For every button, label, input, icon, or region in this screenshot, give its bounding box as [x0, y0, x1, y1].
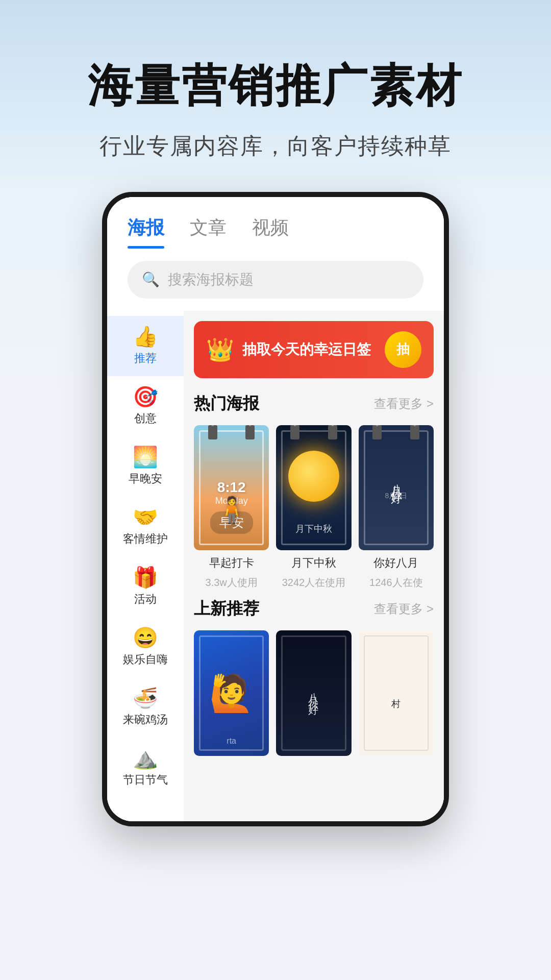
sidebar-item-customer[interactable]: 🤝 客情维护 [107, 497, 184, 557]
sidebar-item-creative[interactable]: 🎯 创意 [107, 376, 184, 436]
clip-left [208, 425, 217, 439]
figure-icon: 🙋 [209, 672, 254, 714]
poster-2-content: 月下中秋 [276, 425, 351, 551]
sidebar-label-chicken-soup: 来碗鸡汤 [123, 712, 168, 727]
content-area: 👑 抽取今天的幸运日签 抽 热门海报 查看更多 > [184, 311, 444, 821]
soup-icon: 🍜 [133, 688, 158, 708]
thumb-up-icon: 👍 [133, 326, 158, 347]
poster-name-august: 你好八月 [359, 555, 434, 571]
new-poster-1-text: rta [194, 737, 269, 746]
sidebar-item-entertainment[interactable]: 😄 娱乐自嗨 [107, 617, 184, 677]
sidebar-label-festival: 节日节气 [123, 772, 168, 788]
poster-3-inner-frame [364, 430, 429, 546]
new-posters-title: 上新推荐 [194, 598, 259, 620]
crown-icon: 👑 [206, 336, 234, 363]
poster-name-morning: 早起打卡 [194, 555, 269, 571]
poster-item-morning[interactable]: 🧍 8:12 Monday 早安 早起打卡 3.3w人使用 [194, 425, 269, 590]
sidebar-label-morning: 早晚安 [129, 471, 162, 486]
clip-right-2 [328, 425, 337, 439]
new-poster-item-1[interactable]: rta 🙋 [194, 630, 269, 756]
silhouette-icon: 🧍 [216, 495, 247, 525]
poster-usage-august: 1246人在使 [359, 576, 434, 590]
search-bar[interactable]: 🔍 搜索海报标题 [128, 261, 423, 299]
lucky-button[interactable]: 抽 [385, 331, 421, 368]
gift-icon: 🎁 [133, 567, 158, 587]
sidebar-item-morning[interactable]: 🌅 早晚安 [107, 436, 184, 497]
creative-icon: 🎯 [133, 386, 158, 407]
poster-clips [194, 425, 269, 439]
moon-decoration [288, 451, 339, 502]
new-poster-grid: rta 🙋 八月你好 [194, 630, 434, 756]
laugh-icon: 😄 [133, 627, 158, 648]
poster-item-midautumn[interactable]: 月下中秋 月下中秋 3242人在使用 [276, 425, 351, 590]
sidebar: 👍 推荐 🎯 创意 🌅 早晚安 🤝 客情维护 [107, 311, 184, 821]
sidebar-label-activity: 活动 [134, 592, 157, 607]
poster-1-content: 🧍 8:12 Monday 早安 [194, 425, 269, 551]
search-placeholder-text: 搜索海报标题 [168, 270, 254, 289]
sidebar-item-festival[interactable]: ⛰️ 节日节气 [107, 738, 184, 798]
new-poster-frame-1: rta 🙋 [194, 630, 269, 756]
new-section: 上新推荐 查看更多 > rta 🙋 [194, 598, 434, 756]
sidebar-label-entertainment: 娱乐自嗨 [123, 652, 168, 667]
hot-posters-grid: 🧍 8:12 Monday 早安 早起打卡 3.3w人使用 [194, 425, 434, 590]
hot-posters-more[interactable]: 查看更多 > [374, 396, 434, 412]
poster-clips-3 [359, 425, 434, 439]
sidebar-label-creative: 创意 [134, 411, 157, 426]
mountain-icon: ⛰️ [133, 748, 158, 768]
page-title: 海量营销推广素材 [41, 61, 510, 111]
clip-right [245, 425, 255, 439]
new-poster-frame-3: 村 [359, 630, 434, 756]
handshake-icon: 🤝 [133, 507, 158, 527]
new-poster-item-3[interactable]: 村 [359, 630, 434, 756]
sidebar-item-recommend[interactable]: 👍 推荐 [107, 316, 184, 376]
phone-wrapper: 海报 文章 视频 🔍 搜索海报标题 👍 推荐 🎯 [0, 192, 551, 826]
hot-posters-header: 热门海报 查看更多 > [194, 393, 434, 415]
poster-name-midautumn: 月下中秋 [276, 555, 351, 571]
phone-mockup: 海报 文章 视频 🔍 搜索海报标题 👍 推荐 🎯 [102, 192, 449, 826]
poster-3-content: 八月你好 8月1日 [359, 425, 434, 551]
main-area: 👍 推荐 🎯 创意 🌅 早晚安 🤝 客情维护 [107, 311, 444, 821]
sunrise-icon: 🌅 [133, 447, 158, 467]
app-content: 海报 文章 视频 🔍 搜索海报标题 👍 推荐 🎯 [107, 197, 444, 821]
poster-1-inner-frame [199, 430, 264, 546]
lucky-text: 抽取今天的幸运日签 [242, 340, 371, 359]
clip-left-2 [290, 425, 299, 439]
poster-usage-morning: 3.3w人使用 [194, 576, 269, 590]
new-poster-item-2[interactable]: 八月你好 [276, 630, 351, 756]
poster-usage-midautumn: 3242人在使用 [276, 576, 351, 590]
lucky-banner[interactable]: 👑 抽取今天的幸运日签 抽 [194, 321, 434, 378]
tab-article[interactable]: 文章 [190, 215, 227, 249]
new-poster-2-inner [281, 635, 346, 751]
search-icon: 🔍 [142, 271, 160, 288]
sidebar-item-activity[interactable]: 🎁 活动 [107, 557, 184, 617]
lucky-left: 👑 抽取今天的幸运日签 [206, 336, 371, 363]
sidebar-item-chicken-soup[interactable]: 🍜 来碗鸡汤 [107, 677, 184, 738]
clip-left-3 [372, 425, 382, 439]
clip-right-3 [410, 425, 419, 439]
tab-poster[interactable]: 海报 [128, 215, 164, 249]
page-subtitle: 行业专属内容库，向客户持续种草 [41, 131, 510, 161]
tab-video[interactable]: 视频 [252, 215, 289, 249]
poster-item-august[interactable]: 八月你好 8月1日 你好八月 1246人在使 [359, 425, 434, 590]
sidebar-label-recommend: 推荐 [134, 351, 157, 366]
new-poster-3-inner [364, 635, 429, 751]
hot-posters-title: 热门海报 [194, 393, 259, 415]
new-posters-more[interactable]: 查看更多 > [374, 601, 434, 617]
sidebar-label-customer: 客情维护 [123, 531, 168, 547]
header-section: 海量营销推广素材 行业专属内容库，向客户持续种草 [0, 0, 551, 192]
tabs-bar: 海报 文章 视频 [107, 197, 444, 249]
new-poster-frame-2: 八月你好 [276, 630, 351, 756]
new-posters-header: 上新推荐 查看更多 > [194, 598, 434, 620]
poster-clips-2 [276, 425, 351, 439]
